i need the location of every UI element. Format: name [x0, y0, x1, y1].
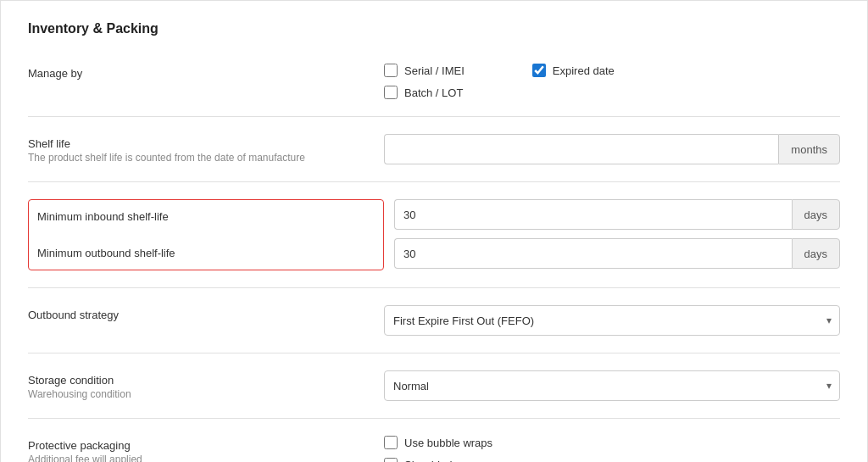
manage-by-fields: Serial / IMEI Expired date Batch / LOT [384, 64, 840, 99]
protective-packaging-row: Protective packaging Additional fee will… [28, 436, 840, 462]
min-shelf-inputs: days days [384, 199, 840, 269]
storage-condition-label: Storage condition [28, 374, 384, 387]
manage-by-row: Manage by Serial / IMEI Expired date Bat… [28, 64, 840, 99]
min-outbound-unit: days [792, 238, 840, 269]
bubble-wraps-item: Use bubble wraps [384, 436, 492, 449]
min-shelf-labels-box: Minimum inbound shelf-life Minimum outbo… [28, 199, 384, 270]
manage-by-label-col: Manage by [28, 64, 384, 80]
min-shelf-field-group: days days [394, 199, 840, 269]
outbound-strategy-row: Outbound strategy First Expire First Out… [28, 305, 840, 336]
shelf-life-row: Shelf life The product shelf life is cou… [28, 134, 840, 164]
protective-packaging-checkboxes: Use bubble wraps Shredded paper [384, 436, 492, 462]
min-inbound-input-group: days [394, 199, 840, 230]
min-inbound-unit: days [792, 199, 840, 230]
shelf-life-unit: months [778, 134, 840, 164]
storage-condition-row: Storage condition Warehousing condition … [28, 370, 840, 401]
manage-by-first-row: Serial / IMEI Expired date [384, 64, 615, 77]
protective-packaging-fields: Use bubble wraps Shredded paper [384, 436, 840, 462]
shelf-life-field: months [384, 134, 840, 164]
divider-2 [28, 181, 840, 182]
outbound-strategy-select[interactable]: First Expire First Out (FEFO) First In F… [384, 305, 840, 336]
serial-imei-item: Serial / IMEI [384, 64, 465, 77]
batch-lot-checkbox[interactable] [384, 86, 398, 99]
min-shelf-group: Minimum inbound shelf-life Minimum outbo… [28, 199, 840, 270]
shelf-life-label-col: Shelf life The product shelf life is cou… [28, 134, 384, 164]
batch-lot-label: Batch / LOT [404, 86, 463, 99]
min-outbound-input-group: days [394, 238, 840, 269]
min-outbound-input[interactable] [394, 238, 792, 269]
min-outbound-label: Minimum outbound shelf-life [37, 243, 375, 263]
outbound-strategy-label: Outbound strategy [28, 309, 384, 321]
shelf-life-input-group: months [384, 134, 840, 164]
outbound-strategy-select-wrapper: First Expire First Out (FEFO) First In F… [384, 305, 840, 336]
divider-1 [28, 116, 840, 117]
bubble-wraps-label: Use bubble wraps [404, 437, 492, 449]
divider-3 [28, 287, 840, 288]
expired-date-label: Expired date [553, 64, 615, 77]
divider-5 [28, 418, 840, 419]
storage-condition-label-col: Storage condition Warehousing condition [28, 370, 384, 400]
expired-date-checkbox[interactable] [532, 64, 546, 77]
inventory-packing-section: Inventory & Packing Manage by Serial / I… [0, 0, 868, 462]
protective-packaging-label: Protective packaging [28, 439, 384, 452]
min-inbound-input[interactable] [394, 199, 792, 230]
protective-packaging-label-col: Protective packaging Additional fee will… [28, 436, 384, 462]
storage-condition-sublabel: Warehousing condition [28, 388, 384, 400]
serial-imei-checkbox[interactable] [384, 64, 398, 77]
batch-lot-item: Batch / LOT [384, 86, 615, 99]
manage-by-label: Manage by [28, 67, 384, 80]
expired-date-item: Expired date [532, 64, 615, 77]
manage-by-checkboxes: Serial / IMEI Expired date Batch / LOT [384, 64, 615, 99]
shredded-paper-checkbox[interactable] [384, 458, 398, 462]
shelf-life-sublabel: The product shelf life is counted from t… [28, 152, 384, 164]
storage-condition-select[interactable]: Normal Cold Frozen Hazardous [384, 370, 840, 401]
section-title: Inventory & Packing [28, 21, 840, 43]
shelf-life-input[interactable] [384, 134, 778, 164]
serial-imei-label: Serial / IMEI [404, 64, 465, 77]
shredded-paper-item: Shredded paper [384, 458, 492, 462]
protective-packaging-sublabel: Additional fee will applied [28, 454, 384, 462]
shelf-life-label: Shelf life [28, 137, 384, 150]
bubble-wraps-checkbox[interactable] [384, 436, 398, 449]
shredded-paper-label: Shredded paper [404, 459, 483, 463]
storage-condition-select-wrapper: Normal Cold Frozen Hazardous ▾ [384, 370, 840, 401]
divider-4 [28, 353, 840, 353]
outbound-strategy-field: First Expire First Out (FEFO) First In F… [384, 305, 840, 336]
storage-condition-field: Normal Cold Frozen Hazardous ▾ [384, 370, 840, 401]
outbound-strategy-label-col: Outbound strategy [28, 305, 384, 321]
min-inbound-label: Minimum inbound shelf-life [37, 207, 375, 226]
